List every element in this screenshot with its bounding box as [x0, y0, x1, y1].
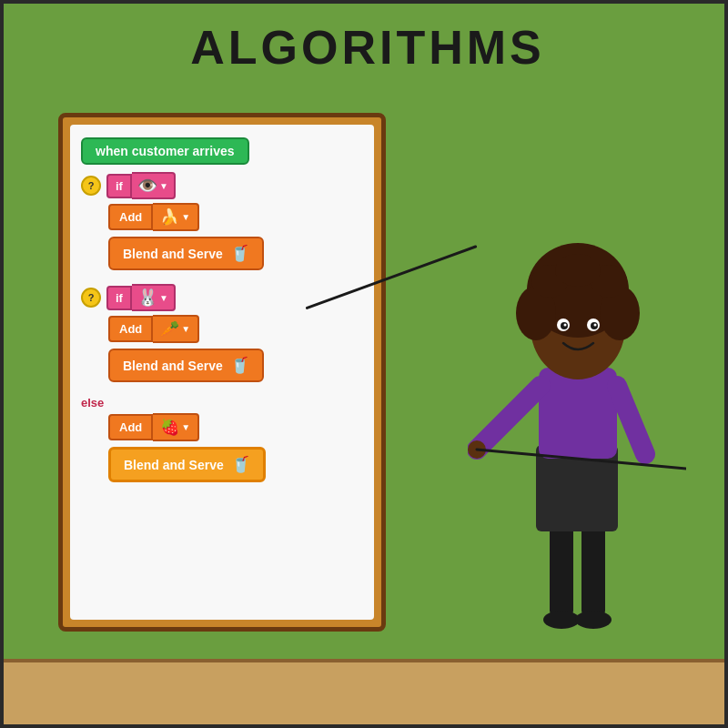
blend2-button[interactable]: Blend and Serve 🥤: [108, 349, 264, 382]
rabbit-icon: 🐰: [137, 288, 157, 308]
svg-point-21: [564, 324, 567, 327]
add2-row: Add 🥕 ▼: [108, 315, 363, 343]
svg-point-2: [543, 611, 580, 629]
question-icon-1: ?: [81, 176, 101, 196]
svg-line-7: [617, 386, 645, 454]
blender3-icon: 🥤: [231, 455, 250, 474]
blender1-icon: 🥤: [230, 244, 249, 263]
if1-row: ? if 👁️ ▼: [81, 172, 363, 199]
svg-point-3: [575, 611, 612, 629]
blend1-button[interactable]: Blend and Serve 🥤: [108, 237, 264, 270]
else-body: Add 🍓 ▼ Blend and Serve 🥤: [108, 413, 363, 482]
svg-point-22: [594, 324, 597, 327]
blend1-label: Blend and Serve: [123, 247, 223, 261]
teacher-figure: [468, 208, 686, 663]
scene: ALGORITHMS when customer arrives ? if 👁️…: [4, 4, 728, 728]
trigger-block: when customer arrives: [81, 137, 249, 165]
add3-label: Add: [108, 414, 153, 440]
banana-icon: 🍌 ▼: [153, 203, 199, 231]
if2-label: if: [106, 286, 132, 310]
svg-rect-5: [539, 368, 617, 459]
whiteboard-frame: when customer arrives ? if 👁️ ▼ Add 🍌 ▼: [58, 113, 386, 632]
strawberry-icon: 🍓 ▼: [153, 413, 199, 441]
if2-row: ? if 🐰 ▼: [81, 284, 363, 311]
blend3-label: Blend and Serve: [124, 458, 224, 472]
if1-label: if: [106, 174, 132, 198]
if2-icon: 🐰 ▼: [132, 284, 176, 311]
svg-line-6: [477, 386, 541, 450]
blend2-label: Blend and Serve: [123, 359, 223, 373]
if1-body: Add 🍌 ▼ Blend and Serve 🥤: [108, 203, 363, 270]
whiteboard-inner: when customer arrives ? if 👁️ ▼ Add 🍌 ▼: [70, 125, 374, 620]
blender2-icon: 🥤: [230, 356, 249, 375]
add1-label: Add: [108, 204, 153, 230]
add1-row: Add 🍌 ▼: [108, 203, 363, 231]
add3-row: Add 🍓 ▼: [108, 413, 363, 441]
svg-point-16: [555, 254, 601, 287]
question-icon-2: ?: [81, 288, 101, 308]
add2-label: Add: [108, 316, 153, 342]
if1-icon: 👁️ ▼: [132, 172, 176, 199]
carrot-icon: 🥕 ▼: [153, 315, 199, 343]
eye-icon: 👁️: [137, 176, 157, 196]
else-label: else: [81, 396, 363, 410]
page-title: ALGORITHMS: [4, 4, 728, 75]
floor: [4, 659, 728, 728]
if2-body: Add 🥕 ▼ Blend and Serve 🥤: [108, 315, 363, 382]
blend3-button[interactable]: Blend and Serve 🥤: [108, 447, 266, 482]
svg-rect-0: [550, 518, 573, 618]
svg-rect-1: [581, 518, 605, 618]
